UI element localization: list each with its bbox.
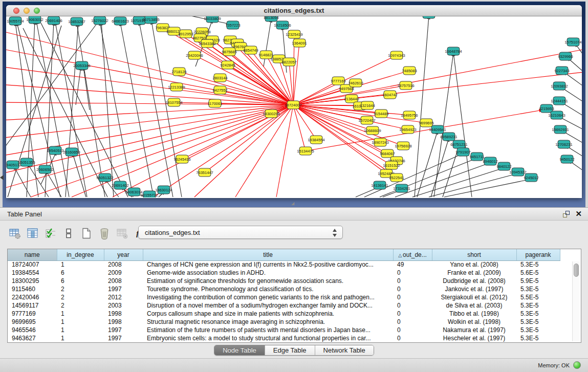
graph-node[interactable]: 19063012 [26, 16, 43, 24]
graph-node[interactable]: 8813054 [264, 16, 278, 21]
tab-network-table[interactable]: Network Table [315, 345, 374, 355]
graph-node[interactable]: 15276022 [91, 16, 108, 25]
table-row[interactable]: 969969511998Structural magnetic resonanc… [8, 318, 560, 326]
graph-node[interactable]: 26160650 [63, 148, 80, 156]
graph-node[interactable]: 1321644 [360, 101, 375, 110]
graph-node[interactable]: 14136141 [371, 181, 388, 189]
graph-node[interactable]: 16151522 [383, 161, 400, 169]
table-mode-icon[interactable] [62, 227, 75, 240]
graph-node[interactable]: 15134475 [297, 147, 314, 155]
new-column-icon[interactable] [80, 227, 93, 240]
column-header-name[interactable]: name [8, 249, 57, 260]
graph-node[interactable]: 9777169 [331, 77, 345, 85]
graph-node[interactable]: 23420046 [186, 51, 203, 59]
delete-column-icon[interactable] [98, 227, 111, 240]
sidebar-collapse-arrow-icon[interactable] [0, 175, 4, 180]
table-row[interactable]: 1456911722003Disruption of a novel membe… [8, 301, 560, 310]
graph-node[interactable]: 6822057 [281, 58, 296, 66]
graph-node[interactable]: 9245012 [524, 173, 538, 182]
graph-node[interactable]: 8854749 [243, 46, 258, 54]
graph-node[interactable]: 12213389 [168, 83, 185, 91]
graph-node[interactable]: 18907243 [372, 138, 388, 146]
graph-node[interactable]: 20691406 [45, 16, 62, 25]
graph-node[interactable]: 76245416 [173, 155, 190, 163]
network-canvas[interactable]: 1872400779638228860128891295322226058982… [6, 16, 582, 198]
memory-ok-led-icon[interactable] [573, 361, 581, 369]
table-row[interactable]: 946362711997Embryonic stem cells: a mode… [8, 334, 560, 342]
graph-node[interactable]: 9791907 [455, 148, 470, 156]
graph-node[interactable]: 1170061 [208, 99, 223, 107]
graph-node[interactable]: 1364091 [292, 39, 307, 47]
graph-node[interactable]: 18448794 [420, 16, 437, 18]
close-panel-icon[interactable]: ✕ [575, 209, 582, 218]
graph-node[interactable]: 16543382 [199, 39, 215, 48]
graph-node[interactable]: 19756928 [395, 142, 411, 150]
graph-node[interactable]: 20053346 [73, 61, 90, 70]
graph-node[interactable]: 12706231 [555, 140, 572, 148]
table-row[interactable]: 2242004622012Investigating the contribut… [8, 293, 560, 301]
graph-node[interactable]: 15692931 [552, 125, 569, 134]
graph-node[interactable]: 2718126 [171, 68, 186, 76]
graph-node[interactable]: 12325419 [286, 30, 302, 38]
graph-node[interactable]: 19384554 [308, 136, 324, 144]
table-row[interactable]: 1830029562008Estimation of significance … [8, 277, 560, 285]
column-header-pagerank[interactable]: pagerank [516, 249, 560, 260]
graph-node[interactable]: 2522541 [389, 173, 404, 182]
graph-node[interactable]: 76351447 [196, 168, 213, 177]
tab-node-table[interactable]: Node Table [214, 345, 265, 355]
table-row[interactable]: 977716911998Corpus callosum shape and si… [8, 310, 560, 318]
graph-node[interactable]: 9242845 [220, 61, 235, 69]
float-panel-icon[interactable] [563, 211, 570, 217]
column-header-out-de-[interactable]: △out_de... [393, 249, 432, 260]
table-row[interactable]: 1938455462009Genome-wide association stu… [8, 269, 560, 277]
column-header-year[interactable]: year [104, 249, 143, 260]
graph-node[interactable]: 8427552 [212, 86, 227, 94]
table-settings-icon[interactable] [8, 227, 21, 240]
graph-node[interactable]: 1604742 [382, 91, 397, 99]
graph-node[interactable]: 9227343 [554, 67, 569, 75]
column-header-in-degree[interactable]: in_degree [57, 249, 104, 260]
table-selector-dropdown[interactable]: citations_edges.txt [138, 226, 343, 239]
graph-node[interactable]: 7462610 [348, 79, 363, 87]
graph-node[interactable]: 66713855 [142, 16, 159, 24]
graph-node[interactable]: 9451711 [470, 152, 485, 161]
graph-node[interactable]: 9329966 [558, 52, 573, 60]
graph-node[interactable]: 16648784 [445, 47, 462, 55]
graph-node[interactable]: 18300295 [263, 110, 279, 118]
graph-node[interactable]: 18757516 [397, 81, 414, 90]
graph-node[interactable]: 9699695 [419, 119, 433, 127]
graph-node[interactable]: 8912953 [178, 30, 193, 38]
panel-resize-grip[interactable]: ◢ [291, 201, 294, 206]
graph-node[interactable]: 89589231 [440, 133, 457, 141]
graph-node[interactable]: 18107554 [165, 98, 182, 106]
graph-node[interactable]: 18724007 [285, 101, 301, 109]
graph-node[interactable]: 2803144 [212, 74, 227, 82]
graph-node[interactable]: 15751074 [564, 38, 581, 46]
column-header-title[interactable]: title [143, 249, 393, 260]
graph-node[interactable]: 20606502 [36, 165, 53, 173]
graph-node[interactable]: 16033809 [204, 16, 221, 23]
graph-node[interactable]: 9154489 [374, 110, 388, 118]
graph-node[interactable]: 16210643 [548, 111, 565, 119]
table-scrollbar[interactable] [572, 261, 580, 341]
table-row[interactable]: 1872400712008Changes of HCN gene express… [8, 260, 560, 269]
tab-edge-table[interactable]: Edge Table [265, 345, 315, 355]
graph-node[interactable]: 64661623 [112, 17, 128, 25]
column-header-short[interactable]: short [432, 249, 516, 260]
graph-node[interactable]: 7485083 [402, 67, 417, 75]
select-rows-icon[interactable] [44, 227, 57, 240]
column-visibility-icon[interactable] [26, 227, 39, 240]
graph-node[interactable]: 20691402 [112, 181, 128, 189]
graph-node[interactable]: 19055724 [7, 17, 24, 25]
graph-node[interactable]: 19540513 [47, 146, 63, 155]
graph-node[interactable]: 10853287 [68, 17, 85, 26]
graph-node[interactable]: 95051322 [96, 173, 113, 182]
graph-node[interactable]: 12093832 [551, 82, 568, 90]
graph-node[interactable]: 19063014 [125, 188, 142, 196]
graph-node[interactable]: 10688609 [364, 126, 381, 135]
graph-node[interactable]: 8946012 [483, 157, 497, 165]
graph-node[interactable]: 10974343 [388, 51, 405, 59]
graph-node[interactable]: 14409541 [429, 125, 446, 134]
network-window-titlebar[interactable]: citations_edges.txt [6, 5, 582, 16]
graph-node[interactable]: 19654923 [399, 125, 416, 134]
